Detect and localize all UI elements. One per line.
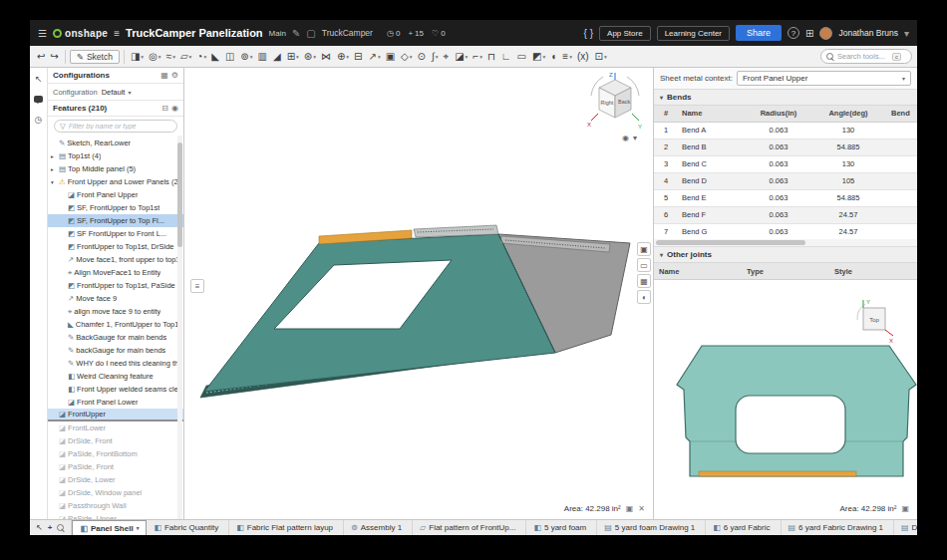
bend-radius[interactable]: 0.063 <box>748 142 809 151</box>
feature-tree-item[interactable]: ◪ DrSide, Front <box>48 434 183 447</box>
share-button[interactable]: Share <box>736 25 782 41</box>
tool-button[interactable]: ⋈ <box>319 51 334 63</box>
onshape-logo[interactable]: onshape <box>53 28 108 39</box>
history-icon[interactable]: ◷ <box>35 115 43 125</box>
bend-radius[interactable]: 0.063 <box>748 159 809 168</box>
avatar[interactable] <box>819 27 832 40</box>
undo-button[interactable]: ↩ <box>35 51 47 63</box>
features-options-icon[interactable]: ◉ <box>171 104 178 113</box>
view-options-caret-icon[interactable]: ▾ <box>633 134 637 142</box>
feature-tree-item[interactable]: ◩ FrontUpper to Top1st, PaSide <box>48 279 183 292</box>
tool-caret-icon[interactable]: ▾ <box>313 54 316 60</box>
api-icon[interactable]: { } <box>584 28 593 39</box>
feature-tree-item[interactable]: ▾ ⚠ Front Upper and Lower Panels (26) <box>48 175 183 188</box>
feature-tree-item[interactable]: ◪ PaSide, Upper <box>48 512 183 519</box>
document-tab[interactable]: ▤ Drawing 1 <box>894 520 917 535</box>
tool-caret-icon[interactable]: ▾ <box>296 54 299 60</box>
tool-button[interactable]: ◣ <box>209 51 222 63</box>
add-tab-button[interactable]: + <box>48 523 53 532</box>
bend-radius[interactable]: 0.063 <box>748 227 809 236</box>
bend-radius[interactable]: 0.063 <box>748 193 809 202</box>
bends-hscrollbar[interactable] <box>654 239 917 247</box>
bend-row[interactable]: 6 Bend F 0.063 24.57 <box>654 207 917 224</box>
document-tab[interactable]: ◧ 6 yard Fabric <box>706 520 781 535</box>
feature-tree-item[interactable]: ◪ PaSide, Front <box>48 460 183 473</box>
flat-view-cube[interactable]: Top Y X <box>855 298 895 346</box>
bend-angle[interactable]: 105 <box>809 176 887 185</box>
view-cube[interactable]: Right Back X Y Z <box>585 70 645 136</box>
bend-row[interactable]: 7 Bend G 0.063 24.57 <box>654 224 917 240</box>
tool-button[interactable]: ◩▾ <box>530 51 547 63</box>
feature-tree-item[interactable]: ↗ Move face 9 <box>48 292 183 305</box>
document-tab[interactable]: ▱ Flat pattern of FrontUp... <box>413 520 526 535</box>
tool-caret-icon[interactable]: ▾ <box>466 54 469 60</box>
tool-search-input[interactable] <box>837 52 889 61</box>
edit-document-icon[interactable]: ✎ <box>292 28 300 39</box>
tool-search[interactable]: c <box>820 49 912 64</box>
select-mode-icon[interactable]: ↖ <box>35 74 43 84</box>
feature-tree-item[interactable]: ↗ Move face1, front upper to top1s... <box>48 253 183 266</box>
tool-button[interactable]: (x) <box>575 51 592 63</box>
tool-caret-icon[interactable]: ▾ <box>542 54 545 60</box>
bend-row[interactable]: 3 Bend C 0.063 130 <box>654 156 917 173</box>
tool-button[interactable]: ⊚▾ <box>238 51 254 63</box>
feature-tree-item[interactable]: ▸ ▤ Top1st (4) <box>48 149 183 162</box>
stat-chip[interactable]: +15 <box>408 29 424 38</box>
area-copy-icon[interactable]: ▣ <box>626 504 634 513</box>
tool-button[interactable]: ▥ <box>255 51 269 63</box>
tool-caret-icon[interactable]: ▾ <box>410 54 413 60</box>
feature-tree-item[interactable]: ◣ Chamfer 1, FrontUpper to Top1s... <box>48 318 183 331</box>
tool-caret-icon[interactable]: ▾ <box>569 54 572 60</box>
feature-tree-item[interactable]: ◪ Front Panel Lower <box>48 396 183 409</box>
bend-angle[interactable]: 130 <box>809 159 887 168</box>
configurations-gear-icon[interactable]: ⚙ <box>171 71 178 80</box>
bend-angle[interactable]: 54.885 <box>809 142 887 151</box>
tool-caret-icon[interactable]: ▾ <box>141 54 144 60</box>
flat-pattern-toggle[interactable]: ▭ <box>637 258 651 272</box>
measure-tools-icon[interactable]: ≡ <box>190 279 204 293</box>
feature-tree-item[interactable]: ◪ Front Panel Upper <box>48 188 183 201</box>
bends-hscrollbar-thumb[interactable] <box>656 240 805 245</box>
section-view-toggle[interactable]: ◖ <box>637 290 651 304</box>
bend-table-toggle[interactable]: ▦ <box>637 274 651 288</box>
document-tab[interactable]: ▤ 5 yard foam Drawing 1 <box>597 520 706 535</box>
app-store-button[interactable]: App Store <box>599 26 651 41</box>
tool-button[interactable]: ◎▾ <box>147 51 163 63</box>
tool-caret-icon[interactable]: ▾ <box>479 54 482 60</box>
feature-tree-item[interactable]: ◪ PaSide, FrontBottom <box>48 447 183 460</box>
bends-section-header[interactable]: ▾ Bends <box>654 90 917 106</box>
tool-caret-icon[interactable]: ▾ <box>436 54 439 60</box>
tool-caret-icon[interactable]: ▾ <box>189 54 192 60</box>
tool-button[interactable]: ⊕▾ <box>335 51 351 63</box>
feature-tree-item[interactable]: ✎ Sketch, RearLower <box>48 137 183 149</box>
tool-caret-icon[interactable]: ▾ <box>346 54 349 60</box>
bend-radius[interactable]: 0.063 <box>748 210 809 219</box>
model-3d[interactable] <box>184 68 653 519</box>
feature-tree-item[interactable]: ⌖ align move face 9 to entity <box>48 305 183 318</box>
tool-button[interactable]: ◫ <box>223 51 237 63</box>
feature-tree-item[interactable]: ◩ SF, FrontUpper to Top1st ● <box>48 201 183 214</box>
tool-button[interactable]: ≡▾ <box>560 51 574 63</box>
feature-tree-item[interactable]: ◧ Front Upper welded seams clea... <box>48 383 183 396</box>
feature-tree-item[interactable]: ◪ FrontUpper <box>48 409 183 421</box>
tool-button[interactable]: ⊡▾ <box>593 51 609 63</box>
configurations-table-icon[interactable]: ▦ <box>160 71 168 80</box>
tool-button[interactable]: ▭ <box>515 51 529 63</box>
tool-button[interactable]: ≈▾ <box>164 51 177 63</box>
bend-radius[interactable]: 0.063 <box>748 176 809 185</box>
tool-caret-icon[interactable]: ▾ <box>172 54 175 60</box>
view-mode-icon[interactable]: ◉ <box>622 134 629 142</box>
redo-button[interactable]: ↪ <box>48 51 60 63</box>
bend-angle[interactable]: 130 <box>809 126 887 135</box>
tab-search-icon[interactable] <box>57 524 65 532</box>
tree-scrollbar[interactable] <box>177 136 182 519</box>
tool-button[interactable]: ⊟ <box>352 51 365 63</box>
tool-caret-icon[interactable]: ▾ <box>378 54 381 60</box>
stat-chip[interactable]: ♡0 <box>432 29 446 38</box>
document-tab[interactable]: ◧ 5 yard foam <box>526 520 597 535</box>
sheet-metal-view-toggle[interactable]: ▣ <box>637 242 651 256</box>
user-name[interactable]: Jonathan Bruns <box>838 28 898 38</box>
feature-tree-item[interactable]: ◪ Passthrough Wall <box>48 499 183 512</box>
tool-button[interactable]: ▱▾ <box>178 51 193 63</box>
tool-button[interactable]: ⌖ <box>441 51 452 63</box>
